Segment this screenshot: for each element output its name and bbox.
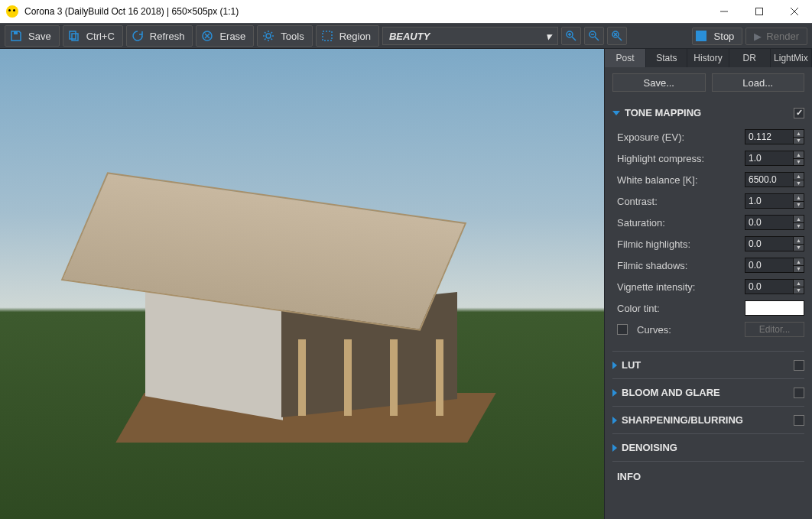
wb-spinner[interactable]: ▲▼ (745, 172, 804, 187)
exposure-spinner[interactable]: ▲▼ (745, 129, 804, 144)
chevron-down-icon: ▾ (546, 31, 551, 42)
render-viewport[interactable] (0, 49, 604, 519)
minimize-button[interactable] (706, 0, 742, 23)
spin-down-icon[interactable]: ▼ (793, 266, 804, 273)
triangle-right-icon (612, 362, 617, 369)
tab-dr[interactable]: DR (729, 49, 771, 67)
panel-load-button[interactable]: Load... (712, 73, 805, 92)
gear-icon (261, 28, 276, 44)
spin-up-icon[interactable]: ▲ (793, 216, 804, 223)
tab-history[interactable]: History (687, 49, 729, 67)
svg-rect-0 (756, 8, 763, 15)
filmhi-input[interactable] (745, 238, 790, 249)
spin-up-icon[interactable]: ▲ (793, 194, 804, 202)
section-lut[interactable]: LUT (612, 355, 804, 375)
erase-icon (200, 28, 215, 44)
render-pass-select[interactable]: BEAUTY ▾ (382, 27, 558, 45)
region-icon (320, 28, 335, 44)
panel-tabs: Post Stats History DR LightMix (605, 49, 812, 67)
tab-lightmix[interactable]: LightMix (771, 49, 812, 67)
refresh-label: Refresh (150, 31, 185, 42)
filmhi-spinner[interactable]: ▲▼ (745, 236, 804, 251)
wb-input[interactable] (745, 174, 790, 185)
contrast-spinner[interactable]: ▲▼ (745, 193, 804, 209)
filmhi-label: Filmic highlights: (617, 238, 740, 250)
spin-down-icon[interactable]: ▼ (793, 287, 804, 294)
section-sharpen[interactable]: SHARPENING/BLURRING (612, 410, 804, 430)
spin-down-icon[interactable]: ▼ (793, 223, 804, 230)
spin-down-icon[interactable]: ▼ (793, 138, 804, 144)
tint-label: Color tint: (617, 303, 740, 314)
region-button[interactable]: Region (316, 25, 379, 47)
refresh-button[interactable]: Refresh (126, 25, 193, 47)
stop-icon (696, 31, 706, 41)
close-button[interactable] (777, 0, 812, 23)
spin-up-icon[interactable]: ▲ (793, 173, 804, 180)
tone-mapping-checkbox[interactable] (794, 108, 804, 118)
curves-label: Curves: (637, 324, 671, 336)
spin-down-icon[interactable]: ▼ (793, 202, 804, 209)
curves-editor-button[interactable]: Editor... (745, 322, 804, 337)
spin-up-icon[interactable]: ▲ (793, 151, 804, 159)
tab-post[interactable]: Post (605, 49, 646, 67)
toolbar: Save Ctrl+C Refresh Erase Tools Region B… (0, 23, 812, 49)
save-button[interactable]: Save (5, 25, 60, 47)
spin-down-icon[interactable]: ▼ (793, 159, 804, 166)
tools-label: Tools (281, 31, 304, 42)
bloom-checkbox[interactable] (794, 388, 804, 398)
stop-label: Stop (714, 31, 735, 42)
render-button[interactable]: ▶ Render (745, 28, 807, 45)
triangle-right-icon (612, 417, 617, 424)
spin-up-icon[interactable]: ▲ (793, 258, 804, 266)
section-title: BLOOM AND GLARE (622, 387, 720, 398)
copy-label: Ctrl+C (86, 31, 115, 42)
panel-save-button[interactable]: Save... (612, 73, 706, 92)
zoom-out-button[interactable] (584, 27, 604, 45)
triangle-down-icon (612, 111, 620, 115)
vignette-input[interactable] (745, 281, 790, 292)
svg-rect-2 (70, 31, 76, 39)
spin-down-icon[interactable]: ▼ (793, 245, 804, 251)
erase-button[interactable]: Erase (196, 25, 254, 47)
section-title: SHARPENING/BLURRING (622, 414, 743, 426)
vignette-spinner[interactable]: ▲▼ (745, 279, 804, 294)
app-icon (6, 5, 18, 18)
color-tint-swatch[interactable] (745, 300, 804, 316)
stop-button[interactable]: Stop (692, 28, 743, 45)
lut-checkbox[interactable] (794, 360, 804, 371)
tools-button[interactable]: Tools (257, 25, 312, 47)
copy-button[interactable]: Ctrl+C (63, 25, 123, 47)
hlcompress-spinner[interactable]: ▲▼ (745, 151, 804, 166)
hlcompress-label: Highlight compress: (617, 153, 740, 164)
saturation-input[interactable] (745, 217, 790, 228)
section-denoising[interactable]: DENOISING (612, 437, 804, 458)
spin-down-icon[interactable]: ▼ (793, 180, 804, 187)
zoom-in-button[interactable] (561, 27, 581, 45)
sharpen-checkbox[interactable] (794, 415, 804, 426)
zoom-fit-button[interactable] (607, 27, 627, 45)
saturation-label: Saturation: (617, 217, 740, 229)
filmsh-input[interactable] (745, 260, 790, 271)
curves-checkbox[interactable] (617, 324, 628, 335)
section-tone-mapping[interactable]: TONE MAPPING (612, 102, 804, 123)
hlcompress-input[interactable] (745, 153, 790, 164)
titlebar: Corona 3 (DailyBuild Oct 16 2018) | 650×… (0, 0, 812, 23)
maximize-button[interactable] (742, 0, 777, 23)
tab-stats[interactable]: Stats (646, 49, 687, 67)
filmsh-spinner[interactable]: ▲▼ (745, 258, 804, 273)
play-icon: ▶ (754, 31, 762, 42)
render-label: Render (766, 31, 799, 42)
exposure-input[interactable] (745, 131, 790, 142)
spin-up-icon[interactable]: ▲ (793, 280, 804, 287)
triangle-right-icon (612, 444, 617, 452)
save-icon (8, 28, 24, 44)
wb-label: White balance [K]: (617, 174, 740, 186)
svg-point-5 (266, 34, 271, 38)
contrast-input[interactable] (745, 196, 790, 206)
spin-up-icon[interactable]: ▲ (793, 237, 804, 245)
section-title: DENOISING (622, 442, 677, 453)
side-panel: Post Stats History DR LightMix Save... L… (604, 49, 812, 519)
spin-up-icon[interactable]: ▲ (793, 130, 804, 138)
saturation-spinner[interactable]: ▲▼ (745, 215, 804, 230)
section-bloom[interactable]: BLOOM AND GLARE (612, 382, 804, 403)
